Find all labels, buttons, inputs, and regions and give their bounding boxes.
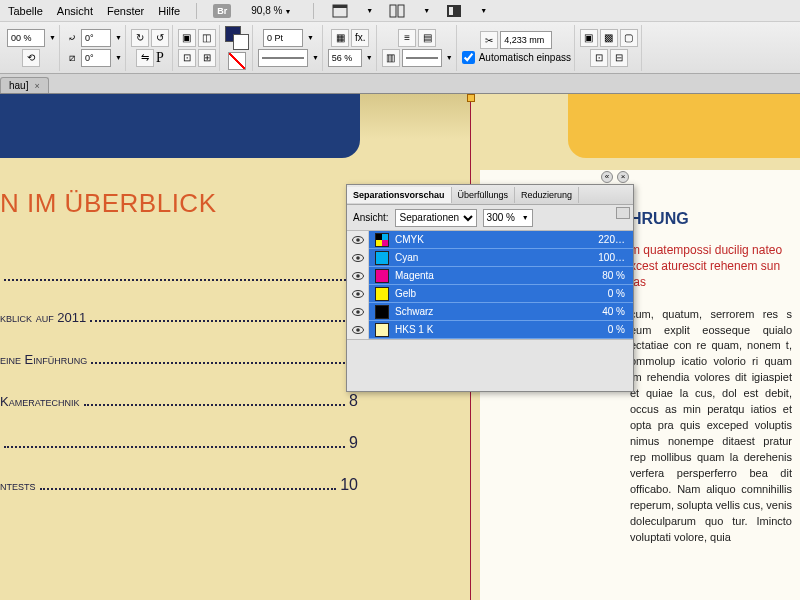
paragraph-icon[interactable]: P bbox=[156, 50, 164, 66]
fill-stroke-swatch[interactable] bbox=[225, 26, 249, 50]
panel-close-icon[interactable]: × bbox=[617, 171, 629, 183]
rotate-icon: ⤾ bbox=[65, 31, 79, 45]
panel-tab-strip: Separationsvorschau Überfüllungs Reduzie… bbox=[347, 185, 633, 205]
ink-row[interactable]: Magenta80 % bbox=[347, 267, 633, 285]
visibility-eye-icon[interactable] bbox=[347, 249, 369, 267]
rotation-field[interactable]: 0° bbox=[81, 29, 111, 47]
divider bbox=[313, 3, 314, 19]
menu-bar: Tabelle Ansicht Fenster Hilfe Br 90,8 %▼… bbox=[0, 0, 800, 22]
ink-name: Magenta bbox=[395, 270, 602, 281]
ink-value: 80 % bbox=[602, 270, 633, 281]
tab-close-icon[interactable]: × bbox=[34, 81, 39, 91]
wrap-icon[interactable]: ▦ bbox=[331, 29, 349, 47]
document-tab[interactable]: hau] × bbox=[0, 77, 49, 93]
select-content-icon[interactable]: ◫ bbox=[198, 29, 216, 47]
ink-swatch bbox=[375, 269, 389, 283]
panel-tab-trap[interactable]: Überfüllungs bbox=[452, 187, 516, 203]
bridge-button[interactable]: Br bbox=[213, 4, 231, 18]
ink-row[interactable]: CMYK220… bbox=[347, 231, 633, 249]
menu-ansicht[interactable]: Ansicht bbox=[57, 5, 93, 17]
stroke-weight-field[interactable]: 0 Pt bbox=[263, 29, 303, 47]
panel-collapse-icon[interactable]: « bbox=[601, 171, 613, 183]
svg-rect-2 bbox=[390, 5, 396, 17]
menu-hilfe[interactable]: Hilfe bbox=[158, 5, 180, 17]
toc-line: kblick auf 20116 bbox=[0, 308, 358, 326]
stroke-style-field[interactable] bbox=[258, 49, 308, 67]
visibility-eye-icon[interactable] bbox=[347, 267, 369, 285]
select-container-icon[interactable]: ▣ bbox=[178, 29, 196, 47]
menu-tabelle[interactable]: Tabelle bbox=[8, 5, 43, 17]
menu-fenster[interactable]: Fenster bbox=[107, 5, 144, 17]
toc-line bbox=[0, 279, 358, 284]
ink-name: CMYK bbox=[395, 234, 598, 245]
size-field[interactable]: 4,233 mm bbox=[500, 31, 552, 49]
visibility-eye-icon[interactable] bbox=[347, 321, 369, 339]
toc-label: ntests bbox=[0, 478, 36, 493]
separations-panel[interactable]: « × Separationsvorschau Überfüllungs Red… bbox=[346, 184, 634, 392]
ink-value: 0 % bbox=[608, 288, 633, 299]
text-wrap-bound-icon[interactable]: ▤ bbox=[418, 29, 436, 47]
toc-dots bbox=[4, 279, 354, 281]
ink-row[interactable]: HKS 1 K0 % bbox=[347, 321, 633, 339]
text-wrap-none-icon[interactable]: ≡ bbox=[398, 29, 416, 47]
scale-x-field[interactable]: 00 % bbox=[7, 29, 45, 47]
frame-prop-icon[interactable]: ⊡ bbox=[590, 49, 608, 67]
rotate-ccw-icon[interactable]: ↺ bbox=[151, 29, 169, 47]
ink-row[interactable]: Schwarz40 % bbox=[347, 303, 633, 321]
panel-tab-separations[interactable]: Separationsvorschau bbox=[347, 187, 452, 203]
opacity-field[interactable]: 56 % bbox=[328, 49, 362, 67]
toc-dots bbox=[90, 320, 345, 322]
toc-label: eine Einführung bbox=[0, 352, 87, 367]
fit-content-icon[interactable]: ⊡ bbox=[178, 49, 196, 67]
no-stroke-icon[interactable] bbox=[228, 52, 246, 70]
crop-icon[interactable]: ✂ bbox=[480, 31, 498, 49]
section-heading: HRUNG bbox=[630, 210, 792, 228]
shear-field[interactable]: 0° bbox=[81, 49, 111, 67]
lead-text: m quatempossi ducilig nateo xcest atures… bbox=[630, 242, 792, 291]
ink-swatch bbox=[375, 251, 389, 265]
ansicht-label: Ansicht: bbox=[353, 212, 389, 223]
visibility-eye-icon[interactable] bbox=[347, 285, 369, 303]
panel-menu-icon[interactable] bbox=[616, 207, 630, 219]
ink-value: 220… bbox=[598, 234, 633, 245]
wrap-style-field[interactable] bbox=[402, 49, 442, 67]
rotate-cw-icon[interactable]: ↻ bbox=[131, 29, 149, 47]
svg-rect-1 bbox=[333, 5, 347, 8]
svg-rect-5 bbox=[449, 7, 453, 15]
flip-h-icon[interactable]: ⇋ bbox=[136, 49, 154, 67]
screen-mode-icon[interactable] bbox=[330, 2, 350, 20]
toc-dots bbox=[91, 362, 345, 364]
divider bbox=[196, 3, 197, 19]
svg-point-17 bbox=[356, 310, 360, 314]
ansicht-select[interactable]: Separationen bbox=[395, 209, 477, 227]
link-scale-icon[interactable]: ⟲ bbox=[22, 49, 40, 67]
ink-name: HKS 1 K bbox=[395, 324, 608, 335]
center-content-icon[interactable]: ⊞ bbox=[198, 49, 216, 67]
toc-line: eine Einführung7 bbox=[0, 350, 358, 368]
visibility-eye-icon[interactable] bbox=[347, 231, 369, 249]
document-tab-bar: hau] × bbox=[0, 74, 800, 94]
ink-limit-field[interactable]: 300 %▼ bbox=[483, 209, 533, 227]
effects-icon[interactable]: fx. bbox=[351, 29, 369, 47]
frame-fit-icon[interactable]: ▣ bbox=[580, 29, 598, 47]
workspace-icon[interactable] bbox=[444, 2, 464, 20]
text-wrap-shape-icon[interactable]: ▥ bbox=[382, 49, 400, 67]
right-page-header bbox=[568, 94, 800, 158]
arrange-docs-icon[interactable] bbox=[387, 2, 407, 20]
toc-page-num: 10 bbox=[340, 476, 358, 494]
ink-name: Cyan bbox=[395, 252, 598, 263]
visibility-eye-icon[interactable] bbox=[347, 303, 369, 321]
svg-point-11 bbox=[356, 256, 360, 260]
zoom-level-field[interactable]: 90,8 %▼ bbox=[245, 5, 297, 16]
auto-fit-checkbox[interactable] bbox=[462, 51, 475, 64]
ink-swatch-cmyk bbox=[375, 233, 389, 247]
frame-fill-icon[interactable]: ▩ bbox=[600, 29, 618, 47]
frame-prop2-icon[interactable]: ⊟ bbox=[610, 49, 628, 67]
ink-swatch bbox=[375, 305, 389, 319]
ink-row[interactable]: Gelb0 % bbox=[347, 285, 633, 303]
control-toolbar: 00 %▼ ⟲ ⤾0°▼ ⧄0°▼ ↻↺ ⇋P ▣◫ ⊡⊞ 0 Pt▼ ▼ ▦f… bbox=[0, 22, 800, 74]
panel-tab-flatten[interactable]: Reduzierung bbox=[515, 187, 579, 203]
frame-center-icon[interactable]: ▢ bbox=[620, 29, 638, 47]
toc-label: kblick auf 2011 bbox=[0, 310, 86, 325]
ink-row[interactable]: Cyan100… bbox=[347, 249, 633, 267]
